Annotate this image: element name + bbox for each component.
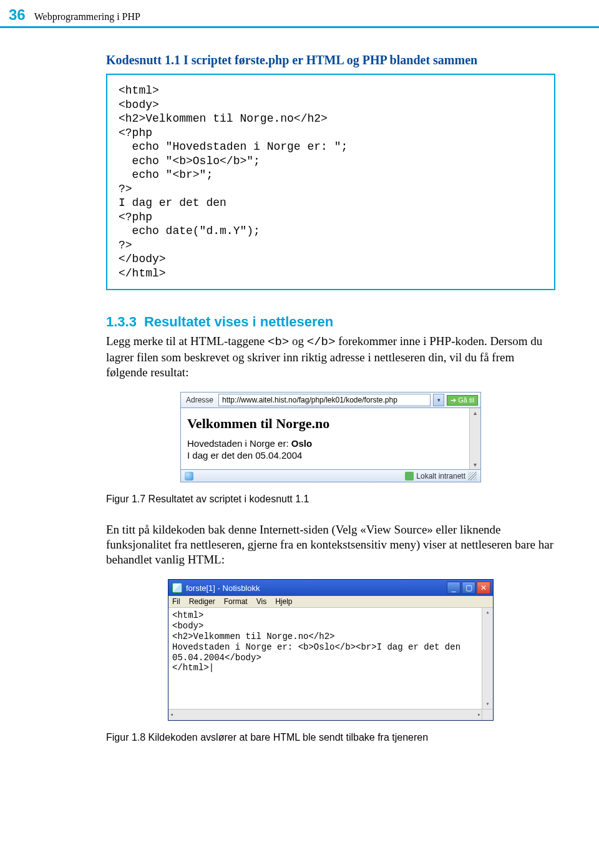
- code-box: <html> <body> <h2>Velkommen til Norge.no…: [106, 74, 555, 290]
- para1-text-b: og: [289, 334, 307, 348]
- inline-code-open-tag: <b>: [268, 335, 289, 349]
- address-label: Adresse: [183, 396, 216, 404]
- figure-1-browser: Adresse http://www.aitel.hist.no/fag/php…: [106, 392, 555, 482]
- line1-b: Oslo: [291, 438, 312, 449]
- notepad-scrollbar-horizontal[interactable]: ◂ ▸: [168, 709, 482, 720]
- running-title: Webprogrammering i PHP: [34, 11, 140, 22]
- notepad-scroll-corner: [482, 709, 493, 720]
- page-h2: Velkommen til Norge.no: [187, 416, 474, 432]
- para1-text-a: Legg merke til at HTML-taggene: [106, 334, 268, 348]
- notepad-menubar: Fil Rediger Format Vis Hjelp: [168, 596, 493, 608]
- scroll-up-icon: ▴: [485, 609, 489, 617]
- scroll-left-icon: ◂: [170, 711, 173, 719]
- address-dropdown-icon[interactable]: ▾: [433, 394, 444, 406]
- line1-a: Hovedstaden i Norge er:: [187, 438, 291, 449]
- notepad-titlebar: forste[1] - Notisblokk _ ▢ ✕: [168, 580, 493, 596]
- go-button[interactable]: ➔ Gå til: [447, 395, 478, 406]
- figure-1-caption: Figur 1.7 Resultatet av scriptet i kodes…: [106, 494, 555, 505]
- status-zone-label: Lokalt intranett: [416, 472, 465, 480]
- inline-code-close-tag: </b>: [307, 335, 336, 349]
- scroll-right-icon: ▸: [477, 711, 481, 719]
- scroll-down-icon: ▾: [474, 461, 477, 468]
- figure-2-notepad: forste[1] - Notisblokk _ ▢ ✕ Fil Rediger…: [106, 579, 555, 721]
- browser-window: Adresse http://www.aitel.hist.no/fag/php…: [180, 392, 481, 482]
- page-content: Kodesnutt 1.1 I scriptet første.php er H…: [0, 28, 599, 768]
- scrollbar-vertical[interactable]: ▴ ▾: [469, 408, 480, 469]
- menu-hjelp[interactable]: Hjelp: [275, 597, 292, 606]
- menu-rediger[interactable]: Rediger: [189, 597, 215, 606]
- page-header: 36 Webprogrammering i PHP: [0, 0, 599, 28]
- section-number: 1.3.3: [106, 314, 137, 329]
- menu-fil[interactable]: Fil: [172, 597, 180, 606]
- browser-statusbar: Lokalt intranett: [181, 469, 480, 482]
- notepad-text: <html> <body> <h2>Velkommen til Norge.no…: [172, 610, 460, 673]
- address-bar: Adresse http://www.aitel.hist.no/fag/php…: [181, 393, 480, 408]
- browser-viewport: Velkommen til Norge.no Hovedstaden i Nor…: [181, 408, 480, 469]
- minimize-button[interactable]: _: [447, 582, 460, 594]
- section-title: Resultatet vises i nettleseren: [144, 314, 333, 329]
- go-button-label: Gå til: [458, 396, 474, 404]
- code-snippet-heading: Kodesnutt 1.1 I scriptet første.php er H…: [106, 53, 555, 67]
- notepad-textarea[interactable]: <html> <body> <h2>Velkommen til Norge.no…: [168, 608, 493, 720]
- resize-grip-icon[interactable]: [468, 472, 477, 480]
- close-button[interactable]: ✕: [477, 582, 490, 594]
- menu-vis[interactable]: Vis: [256, 597, 266, 606]
- address-input[interactable]: http://www.aitel.hist.no/fag/php/lek01/k…: [218, 394, 431, 406]
- page-line1: Hovedstaden i Norge er: Oslo: [187, 438, 474, 449]
- maximize-button[interactable]: ▢: [462, 582, 475, 594]
- page-number: 36: [9, 6, 26, 24]
- notepad-app-icon: [172, 583, 182, 593]
- ie-icon: [185, 472, 193, 480]
- scroll-up-icon: ▴: [474, 409, 477, 416]
- paragraph-2: En titt på kildekoden bak denne Internet…: [106, 522, 555, 567]
- notepad-window: forste[1] - Notisblokk _ ▢ ✕ Fil Rediger…: [168, 579, 494, 721]
- scroll-down-icon: ▾: [485, 701, 489, 708]
- paragraph-1: Legg merke til at HTML-taggene <b> og </…: [106, 334, 555, 379]
- menu-format[interactable]: Format: [224, 597, 248, 606]
- notepad-scrollbar-vertical[interactable]: ▴ ▾: [482, 608, 493, 710]
- page-line2: I dag er det den 05.04.2004: [187, 450, 474, 461]
- figure-2-caption: Figur 1.8 Kildekoden avslører at bare HT…: [106, 732, 555, 743]
- intranet-icon: [405, 472, 414, 480]
- notepad-title: forste[1] - Notisblokk: [186, 583, 260, 593]
- arrow-right-icon: ➔: [450, 396, 456, 404]
- section-heading: 1.3.3Resultatet vises i nettleseren: [106, 314, 555, 330]
